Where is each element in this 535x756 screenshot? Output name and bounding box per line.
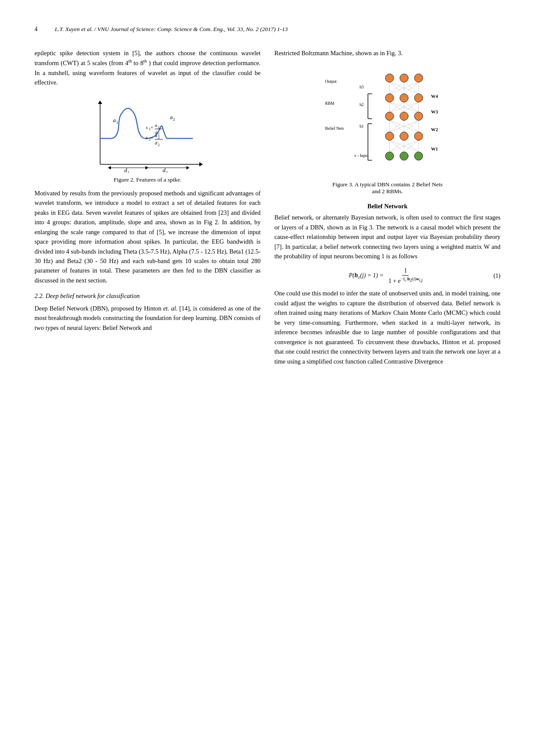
left-para1: epileptic spike detection system in [5],… [35, 48, 261, 88]
svg-marker-2 [199, 162, 203, 166]
journal-title: L.T. Xuyen et al. / VNU Journal of Scien… [55, 26, 288, 33]
dbn-figure: Output RBM Belief Nets W4 W3 W2 W1 h3 h2… [321, 66, 454, 178]
belief-para2: One could use this model to infer the st… [274, 289, 500, 366]
svg-point-106 [415, 132, 423, 141]
fig3-caption-line1: Figure 3. A typical DBN contains 2 Belie… [332, 181, 442, 188]
svg-text:W2: W2 [431, 128, 438, 132]
svg-text:s: s [146, 135, 148, 140]
figure2-container: a 1 a 2 s 1 = a 1 d 1 s 2 [35, 95, 261, 183]
belief-network-heading: Belief Network [274, 203, 500, 210]
svg-text:=: = [151, 135, 153, 140]
fig3-caption-line2: and 2 RBMs. [372, 188, 403, 194]
svg-text:W3: W3 [431, 110, 438, 114]
svg-point-96 [400, 74, 408, 82]
svg-point-102 [400, 112, 408, 120]
page-number: 4 [35, 26, 38, 33]
svg-point-104 [385, 132, 393, 141]
svg-point-97 [415, 74, 423, 82]
svg-marker-25 [108, 166, 111, 169]
two-column-layout: epileptic spike detection system in [5],… [35, 48, 500, 370]
svg-point-99 [400, 94, 408, 102]
svg-point-108 [400, 152, 408, 160]
svg-text:W1: W1 [431, 147, 438, 152]
equation-denominator: 1 + e−Σi h2(i)wi,j [387, 276, 424, 285]
svg-point-100 [415, 94, 423, 102]
svg-text:=: = [151, 125, 153, 130]
fig3-caption: Figure 3. A typical DBN contains 2 Belie… [332, 181, 442, 195]
svg-text:a: a [155, 133, 157, 138]
svg-text:d: d [124, 167, 127, 173]
equation-block: P(h1(j) = 1) = 1 1 + e−Σi h2(i)wi,j (1) [274, 267, 500, 285]
svg-point-109 [415, 152, 423, 160]
svg-point-98 [385, 94, 393, 102]
spike-figure: a 1 a 2 s 1 = a 1 d 1 s 2 [87, 95, 208, 173]
svg-point-103 [415, 112, 423, 120]
svg-text:2: 2 [166, 170, 168, 173]
svg-point-95 [385, 74, 393, 82]
svg-text:W4: W4 [431, 94, 438, 99]
svg-point-107 [385, 152, 393, 160]
belief-para1: Belief network, or alternately Bayesian … [274, 213, 500, 261]
svg-text:1: 1 [127, 170, 129, 173]
right-column: Restricted Boltzmann Machine, shown as i… [274, 48, 500, 370]
svg-text:h1: h1 [359, 124, 364, 129]
svg-text:Belief Nets: Belief Nets [325, 126, 344, 131]
svg-text:a: a [155, 122, 157, 128]
svg-text:2: 2 [173, 117, 175, 122]
page-header: 4 L.T. Xuyen et al. / VNU Journal of Sci… [35, 26, 500, 33]
figure3-container: Output RBM Belief Nets W4 W3 W2 W1 h3 h2… [274, 66, 500, 195]
equation-number: (1) [494, 273, 500, 279]
left-column: epileptic spike detection system in [5],… [35, 48, 261, 370]
svg-text:h3: h3 [359, 85, 364, 89]
svg-text:s: s [146, 125, 148, 130]
svg-text:2: 2 [158, 143, 160, 147]
svg-text:Output: Output [325, 79, 337, 84]
svg-text:RBM: RBM [325, 101, 335, 106]
svg-text:d: d [163, 167, 166, 173]
svg-text:d: d [155, 140, 157, 145]
svg-text:v - Input: v - Input [354, 153, 368, 158]
equation-lhs: P(h1(j) = 1) = [349, 272, 385, 280]
svg-text:a: a [170, 114, 173, 120]
left-para2: Motivated by results from the previously… [35, 188, 261, 285]
page: 4 L.T. Xuyen et al. / VNU Journal of Sci… [0, 0, 535, 756]
right-para1: Restricted Boltzmann Machine, shown as i… [274, 48, 500, 58]
svg-text:a: a [113, 117, 116, 123]
equation-numerator: 1 [402, 267, 409, 276]
svg-text:h2: h2 [359, 103, 364, 107]
fig2-caption: Figure 2. Features of a spike. [113, 176, 181, 183]
svg-marker-3 [98, 100, 102, 104]
subsection-heading: 2.2. Deep belief network for classificat… [35, 291, 261, 301]
svg-marker-30 [186, 166, 189, 169]
svg-text:1: 1 [116, 120, 118, 125]
left-para3: Deep Belief Network (DBN), proposed by H… [35, 304, 261, 333]
svg-point-101 [385, 112, 393, 120]
svg-point-105 [400, 132, 408, 141]
equation-fraction: 1 1 + e−Σi h2(i)wi,j [387, 267, 424, 285]
